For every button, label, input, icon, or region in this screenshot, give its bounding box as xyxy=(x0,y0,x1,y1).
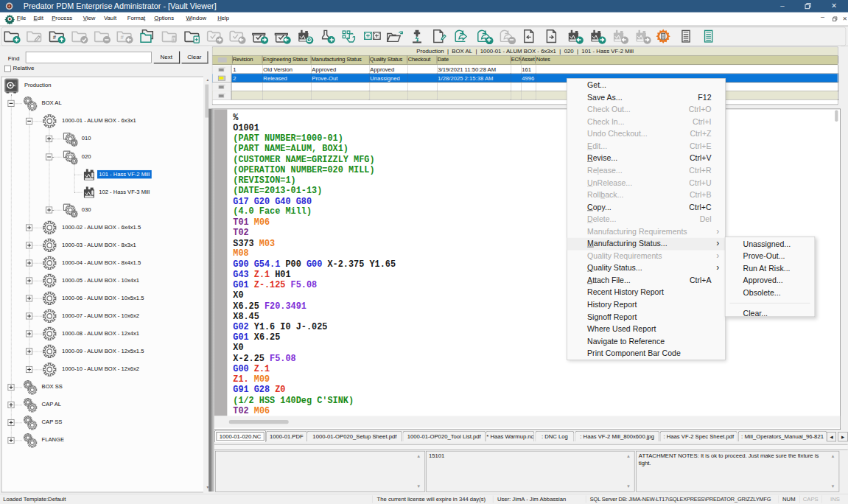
svg-text:#: # xyxy=(53,34,57,41)
svg-text:#: # xyxy=(120,34,124,41)
